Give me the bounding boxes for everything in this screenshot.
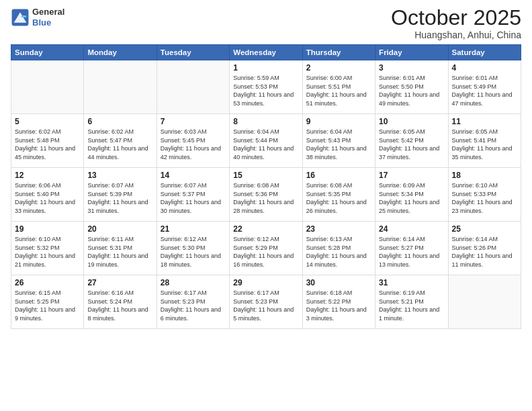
day-info: Sunrise: 6:18 AM Sunset: 5:22 PM Dayligh… [306, 289, 371, 322]
weekday-header-thursday: Thursday [302, 45, 375, 60]
day-number: 13 [87, 171, 152, 180]
calendar-cell: 22Sunrise: 6:12 AM Sunset: 5:29 PM Dayli… [230, 222, 302, 275]
location-subtitle: Huangshan, Anhui, China [391, 30, 521, 40]
day-number: 23 [306, 224, 371, 234]
logo-icon [11, 8, 30, 27]
calendar-week-3: 12Sunrise: 6:06 AM Sunset: 5:40 PM Dayli… [11, 168, 521, 222]
calendar-cell [448, 275, 521, 329]
day-number: 5 [15, 117, 80, 126]
logo-blue: Blue [32, 17, 64, 28]
title-block: October 2025 Huangshan, Anhui, China [391, 7, 521, 40]
calendar-cell: 20Sunrise: 6:11 AM Sunset: 5:31 PM Dayli… [84, 222, 157, 275]
day-info: Sunrise: 6:01 AM Sunset: 5:49 PM Dayligh… [452, 74, 517, 107]
day-number: 19 [15, 224, 80, 234]
calendar-cell: 30Sunrise: 6:18 AM Sunset: 5:22 PM Dayli… [302, 275, 375, 329]
weekday-header-sunday: Sunday [11, 45, 84, 60]
day-number: 7 [161, 117, 226, 126]
calendar-cell [84, 60, 157, 114]
weekday-header-monday: Monday [84, 45, 157, 60]
day-info: Sunrise: 6:02 AM Sunset: 5:48 PM Dayligh… [15, 128, 80, 161]
calendar-cell: 1Sunrise: 5:59 AM Sunset: 5:53 PM Daylig… [230, 60, 302, 114]
day-number: 25 [452, 224, 517, 234]
day-number: 29 [233, 278, 298, 287]
day-number: 28 [161, 278, 226, 287]
day-info: Sunrise: 6:00 AM Sunset: 5:51 PM Dayligh… [306, 74, 371, 107]
logo-text: General Blue [32, 7, 64, 28]
day-number: 2 [306, 63, 371, 73]
day-number: 6 [87, 117, 152, 126]
calendar-cell: 10Sunrise: 6:05 AM Sunset: 5:42 PM Dayli… [375, 114, 448, 168]
day-info: Sunrise: 6:16 AM Sunset: 5:24 PM Dayligh… [87, 289, 152, 322]
calendar-cell [11, 60, 84, 114]
day-info: Sunrise: 6:05 AM Sunset: 5:42 PM Dayligh… [379, 128, 444, 161]
day-info: Sunrise: 6:06 AM Sunset: 5:40 PM Dayligh… [15, 181, 80, 215]
day-info: Sunrise: 6:04 AM Sunset: 5:43 PM Dayligh… [306, 128, 371, 161]
calendar-cell: 25Sunrise: 6:14 AM Sunset: 5:26 PM Dayli… [448, 222, 521, 275]
day-number: 4 [452, 63, 517, 73]
calendar-week-1: 1Sunrise: 5:59 AM Sunset: 5:53 PM Daylig… [11, 60, 521, 114]
calendar-cell: 6Sunrise: 6:02 AM Sunset: 5:47 PM Daylig… [84, 114, 157, 168]
calendar-week-4: 19Sunrise: 6:10 AM Sunset: 5:32 PM Dayli… [11, 222, 521, 275]
day-info: Sunrise: 6:07 AM Sunset: 5:39 PM Dayligh… [87, 181, 152, 215]
day-number: 16 [306, 171, 371, 180]
day-info: Sunrise: 6:17 AM Sunset: 5:23 PM Dayligh… [161, 289, 226, 322]
calendar-cell: 14Sunrise: 6:07 AM Sunset: 5:37 PM Dayli… [157, 168, 229, 222]
calendar-cell: 5Sunrise: 6:02 AM Sunset: 5:48 PM Daylig… [11, 114, 84, 168]
calendar-cell: 26Sunrise: 6:15 AM Sunset: 5:25 PM Dayli… [11, 275, 84, 329]
day-info: Sunrise: 6:05 AM Sunset: 5:41 PM Dayligh… [452, 128, 517, 161]
day-info: Sunrise: 6:10 AM Sunset: 5:33 PM Dayligh… [452, 181, 517, 215]
calendar-cell: 9Sunrise: 6:04 AM Sunset: 5:43 PM Daylig… [302, 114, 375, 168]
day-number: 31 [379, 278, 444, 287]
calendar-cell: 2Sunrise: 6:00 AM Sunset: 5:51 PM Daylig… [302, 60, 375, 114]
day-info: Sunrise: 6:19 AM Sunset: 5:21 PM Dayligh… [379, 289, 444, 322]
day-info: Sunrise: 6:03 AM Sunset: 5:45 PM Dayligh… [161, 128, 226, 161]
day-number: 3 [379, 63, 444, 73]
calendar-cell: 28Sunrise: 6:17 AM Sunset: 5:23 PM Dayli… [157, 275, 229, 329]
logo: General Blue [11, 7, 64, 28]
calendar-cell: 23Sunrise: 6:13 AM Sunset: 5:28 PM Dayli… [302, 222, 375, 275]
calendar-cell: 21Sunrise: 6:12 AM Sunset: 5:30 PM Dayli… [157, 222, 229, 275]
weekday-header-friday: Friday [375, 45, 448, 60]
day-info: Sunrise: 6:07 AM Sunset: 5:37 PM Dayligh… [161, 181, 226, 215]
calendar-cell: 24Sunrise: 6:14 AM Sunset: 5:27 PM Dayli… [375, 222, 448, 275]
calendar-cell: 31Sunrise: 6:19 AM Sunset: 5:21 PM Dayli… [375, 275, 448, 329]
calendar-cell: 11Sunrise: 6:05 AM Sunset: 5:41 PM Dayli… [448, 114, 521, 168]
day-info: Sunrise: 5:59 AM Sunset: 5:53 PM Dayligh… [233, 74, 298, 107]
calendar-cell [157, 60, 229, 114]
calendar-week-2: 5Sunrise: 6:02 AM Sunset: 5:48 PM Daylig… [11, 114, 521, 168]
calendar-cell: 16Sunrise: 6:08 AM Sunset: 5:35 PM Dayli… [302, 168, 375, 222]
day-info: Sunrise: 6:15 AM Sunset: 5:25 PM Dayligh… [15, 289, 80, 322]
day-info: Sunrise: 6:11 AM Sunset: 5:31 PM Dayligh… [87, 235, 152, 269]
calendar-cell: 18Sunrise: 6:10 AM Sunset: 5:33 PM Dayli… [448, 168, 521, 222]
calendar-cell: 27Sunrise: 6:16 AM Sunset: 5:24 PM Dayli… [84, 275, 157, 329]
header: General Blue October 2025 Huangshan, Anh… [11, 7, 521, 40]
weekday-header-tuesday: Tuesday [157, 45, 229, 60]
day-number: 1 [233, 63, 298, 73]
day-info: Sunrise: 6:12 AM Sunset: 5:29 PM Dayligh… [233, 235, 298, 269]
day-number: 18 [452, 171, 517, 180]
day-number: 10 [379, 117, 444, 126]
day-info: Sunrise: 6:14 AM Sunset: 5:27 PM Dayligh… [379, 235, 444, 269]
day-number: 21 [161, 224, 226, 234]
day-number: 26 [15, 278, 80, 287]
day-number: 15 [233, 171, 298, 180]
weekday-header-wednesday: Wednesday [230, 45, 302, 60]
day-info: Sunrise: 6:13 AM Sunset: 5:28 PM Dayligh… [306, 235, 371, 269]
day-info: Sunrise: 6:12 AM Sunset: 5:30 PM Dayligh… [161, 235, 226, 269]
day-info: Sunrise: 6:09 AM Sunset: 5:34 PM Dayligh… [379, 181, 444, 215]
day-number: 12 [15, 171, 80, 180]
calendar-cell: 13Sunrise: 6:07 AM Sunset: 5:39 PM Dayli… [84, 168, 157, 222]
day-number: 27 [87, 278, 152, 287]
day-info: Sunrise: 6:10 AM Sunset: 5:32 PM Dayligh… [15, 235, 80, 269]
calendar-cell: 7Sunrise: 6:03 AM Sunset: 5:45 PM Daylig… [157, 114, 229, 168]
day-info: Sunrise: 6:04 AM Sunset: 5:44 PM Dayligh… [233, 128, 298, 161]
month-title: October 2025 [391, 7, 521, 28]
page-container: General Blue October 2025 Huangshan, Anh… [0, 0, 532, 334]
day-number: 22 [233, 224, 298, 234]
calendar-cell: 17Sunrise: 6:09 AM Sunset: 5:34 PM Dayli… [375, 168, 448, 222]
day-number: 8 [233, 117, 298, 126]
svg-rect-2 [21, 15, 27, 17]
logo-general: General [32, 7, 64, 17]
calendar-cell: 12Sunrise: 6:06 AM Sunset: 5:40 PM Dayli… [11, 168, 84, 222]
day-number: 20 [87, 224, 152, 234]
